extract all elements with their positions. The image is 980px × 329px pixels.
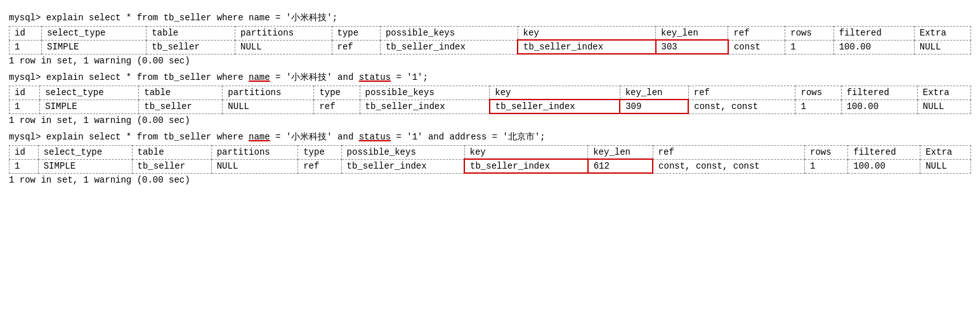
cell-select-type-3: SIMPLE (38, 159, 132, 173)
cell-table-1: tb_seller (147, 40, 235, 54)
col-type-1: type (332, 27, 380, 41)
cell-partitions-3: NULL (211, 159, 298, 173)
result-table-2: id select_type table partitions type pos… (9, 86, 971, 114)
cell-filtered-3: 100.00 (848, 159, 920, 173)
row-count-1: 1 row in set, 1 warning (0.00 sec) (9, 56, 971, 66)
cell-key-2: tb_seller_index (490, 100, 620, 113)
cell-type-3: ref (298, 159, 341, 173)
underline-name-2: name (249, 72, 270, 82)
cell-partitions-2: NULL (223, 100, 314, 113)
cell-select-type-1: SIMPLE (42, 40, 147, 54)
cell-id-3: 1 (10, 159, 39, 173)
col-extra-1: Extra (914, 27, 970, 41)
cell-type-1: ref (332, 40, 380, 54)
col-table-2: table (139, 86, 223, 100)
row-count-3: 1 row in set, 1 warning (0.00 sec) (9, 175, 971, 185)
cell-rows-3: 1 (804, 159, 847, 173)
underline-name-3: name (249, 132, 270, 142)
query-line-3: mysql> explain select * from tb_seller w… (9, 131, 971, 144)
col-key-1: key (518, 27, 655, 41)
table-header-row-2: id select_type table partitions type pos… (10, 86, 971, 100)
cell-possible-keys-2: tb_seller_index (360, 100, 490, 113)
cell-filtered-2: 100.00 (841, 100, 917, 113)
table-row: 1 SIMPLE tb_seller NULL ref tb_seller_in… (10, 100, 971, 113)
col-key-len-2: key_len (620, 86, 688, 100)
row-count-2: 1 row in set, 1 warning (0.00 sec) (9, 115, 971, 126)
result-table-1: id select_type table partitions type pos… (9, 26, 971, 55)
cell-key-len-3: 612 (588, 159, 653, 173)
col-type-3: type (298, 146, 341, 160)
cell-id-2: 1 (10, 100, 40, 113)
query-line-1: mysql> explain select * from tb_seller w… (9, 11, 971, 25)
col-extra-2: Extra (917, 86, 970, 100)
cell-rows-1: 1 (785, 40, 833, 54)
underline-status-3: status (359, 132, 391, 142)
col-select-type-1: select_type (42, 27, 147, 41)
terminal: mysql> explain select * from tb_seller w… (6, 6, 974, 195)
col-key-len-1: key_len (656, 27, 728, 41)
col-partitions-1: partitions (235, 27, 332, 41)
col-table-1: table (147, 27, 235, 41)
cell-table-3: tb_seller (132, 159, 211, 173)
col-possible-keys-3: possible_keys (341, 146, 464, 160)
col-rows-1: rows (785, 27, 833, 41)
table-row: 1 SIMPLE tb_seller NULL ref tb_seller_in… (10, 40, 971, 54)
cell-select-type-2: SIMPLE (40, 100, 139, 113)
table-header-row-3: id select_type table partitions type pos… (10, 146, 971, 160)
col-rows-3: rows (804, 146, 847, 160)
table-header-row-1: id select_type table partitions type pos… (10, 27, 971, 41)
cell-key-len-2: 309 (620, 100, 688, 113)
col-filtered-2: filtered (841, 86, 917, 100)
cell-id-1: 1 (10, 40, 42, 54)
table-row: 1 SIMPLE tb_seller NULL ref tb_seller_in… (10, 159, 971, 173)
cell-ref-1: const (728, 40, 785, 54)
result-table-3: id select_type table partitions type pos… (9, 145, 971, 174)
col-ref-3: ref (653, 146, 804, 160)
col-key-3: key (464, 146, 588, 160)
col-key-2: key (490, 86, 620, 100)
cell-partitions-1: NULL (235, 40, 332, 54)
col-filtered-1: filtered (833, 27, 914, 41)
underline-status-2: status (359, 72, 391, 82)
cell-type-2: ref (314, 100, 360, 113)
col-possible-keys-1: possible_keys (380, 27, 518, 41)
col-key-len-3: key_len (588, 146, 653, 160)
cell-table-2: tb_seller (139, 100, 223, 113)
cell-key-len-1: 303 (656, 40, 728, 54)
col-id-3: id (10, 146, 39, 160)
cell-extra-3: NULL (920, 159, 971, 173)
cell-key-3: tb_seller_index (464, 159, 588, 173)
col-partitions-3: partitions (211, 146, 298, 160)
col-select-type-2: select_type (40, 86, 139, 100)
cell-possible-keys-1: tb_seller_index (380, 40, 518, 54)
cell-rows-2: 1 (795, 100, 841, 113)
cell-extra-1: NULL (914, 40, 970, 54)
col-id-2: id (10, 86, 40, 100)
col-possible-keys-2: possible_keys (360, 86, 490, 100)
col-extra-3: Extra (920, 146, 971, 160)
col-ref-1: ref (728, 27, 785, 41)
cell-key-1: tb_seller_index (518, 40, 655, 54)
col-select-type-3: select_type (38, 146, 132, 160)
cell-possible-keys-3: tb_seller_index (341, 159, 464, 173)
col-filtered-3: filtered (848, 146, 920, 160)
cell-ref-2: const, const (688, 100, 795, 113)
cell-ref-3: const, const, const (653, 159, 804, 173)
cell-extra-2: NULL (917, 100, 970, 113)
col-ref-2: ref (688, 86, 795, 100)
query-line-2: mysql> explain select * from tb_seller w… (9, 71, 971, 84)
col-table-3: table (132, 146, 211, 160)
col-type-2: type (314, 86, 360, 100)
col-rows-2: rows (795, 86, 841, 100)
cell-filtered-1: 100.00 (833, 40, 914, 54)
col-partitions-2: partitions (223, 86, 314, 100)
col-id-1: id (10, 27, 42, 41)
